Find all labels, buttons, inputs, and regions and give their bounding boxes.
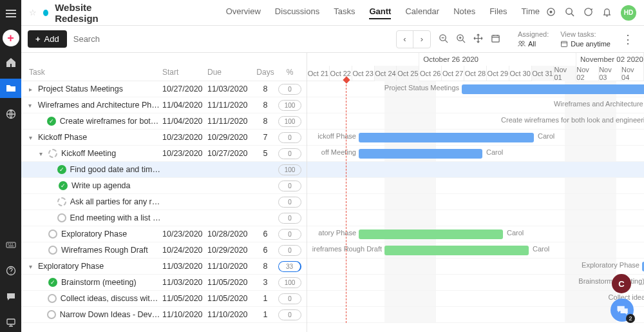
tab-gantt[interactable]: Gantt (369, 6, 391, 19)
status-circle-icon[interactable] (48, 229, 57, 239)
gantt-row[interactable] (307, 210, 644, 226)
move-icon[interactable] (473, 34, 483, 45)
help-icon[interactable] (0, 261, 21, 280)
status-circle-icon[interactable] (57, 213, 66, 222)
gantt-bar[interactable] (359, 133, 534, 142)
task-row[interactable]: Wireframes Rough Draft10/24/202010/29/20… (21, 242, 307, 259)
status-circle-icon[interactable] (48, 246, 57, 255)
task-row[interactable]: ▾Exploratory Phase11/03/202011/10/202083… (21, 259, 307, 275)
task-row[interactable]: ✓Brainstorm (meeting)11/03/202011/05/202… (21, 275, 307, 291)
gantt-row[interactable] (307, 178, 644, 194)
hamburger-icon[interactable] (0, 4, 21, 23)
monitor-icon[interactable] (0, 313, 21, 332)
keyboard-icon[interactable] (0, 235, 21, 255)
zoom-out-icon[interactable] (439, 34, 448, 45)
gantt-bar[interactable] (359, 229, 503, 239)
progress-pill[interactable]: 0 (278, 132, 301, 143)
add-global-button[interactable]: + (3, 30, 19, 46)
next-arrow-icon[interactable]: › (413, 31, 430, 48)
gantt-row[interactable] (307, 194, 644, 210)
status-circle-icon[interactable] (47, 310, 56, 319)
prev-arrow-icon[interactable]: ‹ (397, 31, 413, 48)
task-row[interactable]: Collect ideas, discuss with team11/05/20… (21, 291, 307, 307)
chevron-down-icon[interactable]: ▾ (26, 263, 34, 270)
progress-pill[interactable]: 0 (278, 84, 301, 95)
progress-pill[interactable]: 100 (278, 277, 301, 288)
gantt-bar[interactable] (359, 149, 482, 159)
gantt-row[interactable]: Brainstorm (meeting) (307, 275, 644, 291)
today-icon[interactable] (491, 34, 500, 45)
gantt-row[interactable] (307, 307, 644, 323)
checkmark-icon[interactable]: ✓ (47, 117, 56, 126)
task-row[interactable]: ▾Wireframes and Architecture Phase11/04/… (21, 97, 307, 113)
globe-icon[interactable] (0, 104, 21, 124)
gantt-row[interactable]: Carolatory Phase (307, 226, 644, 242)
task-row[interactable]: ▾Kickoff Phase10/23/202010/29/202070 (21, 130, 307, 146)
tab-tasks[interactable]: Tasks (334, 6, 355, 19)
progress-pill[interactable]: 0 (278, 181, 301, 191)
activity-icon[interactable] (583, 7, 593, 19)
bell-icon[interactable] (602, 7, 612, 19)
progress-pill[interactable]: 100 (278, 164, 301, 175)
home-icon[interactable] (0, 53, 21, 72)
task-row[interactable]: ▸Project Status Meetings10/27/202011/03/… (21, 81, 307, 97)
task-row[interactable]: Ask all parties for any remarks...0 (21, 194, 307, 210)
gantt-row[interactable]: Wireframes and Architecture Phase (307, 97, 644, 113)
gantt-row[interactable] (307, 162, 644, 178)
gantt-row[interactable]: Collect ideas, discuss with (307, 291, 644, 307)
gantt-row[interactable]: Project Status MeetingsHimm (307, 81, 644, 97)
user-avatar[interactable]: HD (621, 5, 636, 21)
checkmark-icon[interactable]: ✓ (48, 278, 57, 287)
folder-icon[interactable] (0, 79, 21, 98)
gantt-bar[interactable] (384, 246, 529, 255)
gantt-row[interactable]: Carolireframes Rough Draft (307, 242, 644, 259)
task-row[interactable]: End meeting with a list of need...0 (21, 210, 307, 226)
progress-pill[interactable]: 33 (278, 261, 301, 272)
progress-pill[interactable]: 100 (278, 116, 301, 127)
status-circle-icon[interactable] (48, 294, 57, 303)
progress-pill[interactable]: 0 (278, 293, 301, 304)
chevron-down-icon[interactable]: ▾ (26, 102, 34, 109)
progress-pill[interactable]: 100 (278, 100, 301, 111)
progress-pill[interactable]: 0 (278, 309, 301, 320)
task-row[interactable]: Exploratory Phase10/23/202010/28/202060 (21, 226, 307, 242)
tab-calendar[interactable]: Calendar (405, 6, 439, 19)
target-icon[interactable] (546, 7, 556, 19)
gantt-row[interactable]: Exploratory Phase (307, 259, 644, 275)
assigned-filter[interactable]: Assigned: All (518, 30, 549, 48)
progress-pill[interactable]: 0 (278, 148, 301, 159)
more-menu-icon[interactable]: ⋮ (618, 32, 638, 46)
gantt-chart[interactable]: October 26 2020November 02 2020 Oct 21Oc… (307, 53, 644, 332)
task-row[interactable]: ▾Kickoff Meeting10/23/202010/27/202050 (21, 146, 307, 162)
tab-overview[interactable]: Overview (226, 6, 261, 19)
chat-icon[interactable] (0, 287, 21, 306)
search-input[interactable] (73, 34, 151, 44)
gantt-row[interactable]: Create wireframes for both look and engi… (307, 113, 644, 130)
user-badge[interactable]: C (612, 274, 631, 293)
tab-notes[interactable]: Notes (453, 6, 475, 19)
status-circle-icon[interactable] (48, 149, 57, 158)
status-circle-icon[interactable] (57, 197, 66, 206)
tab-discussions[interactable]: Discussions (275, 6, 319, 19)
add-button[interactable]: +Add (28, 30, 67, 48)
zoom-in-icon[interactable] (456, 34, 466, 45)
view-filter[interactable]: View tasks: Due anytime (560, 30, 611, 48)
checkmark-icon[interactable]: ✓ (59, 181, 68, 190)
progress-pill[interactable]: 0 (278, 213, 301, 224)
chevron-down-icon[interactable]: ▾ (37, 150, 44, 157)
tab-files[interactable]: Files (489, 6, 507, 19)
gantt-row[interactable]: Carolickoff Phase (307, 130, 644, 146)
progress-pill[interactable]: 0 (278, 245, 301, 256)
task-row[interactable]: Narrow Down Ideas - Develop Act...11/10/… (21, 307, 307, 323)
progress-pill[interactable]: 0 (278, 197, 301, 208)
chevron-right-icon[interactable]: ▸ (26, 86, 34, 93)
gantt-row[interactable]: Caroloff Meeting (307, 146, 644, 162)
tab-time[interactable]: Time (522, 6, 540, 19)
task-row[interactable]: ✓Find good date and time for all...100 (21, 162, 307, 178)
chevron-down-icon[interactable]: ▾ (26, 134, 34, 141)
task-row[interactable]: ✓Write up agenda0 (21, 178, 307, 194)
task-row[interactable]: ✓Create wireframes for both look a...11/… (21, 113, 307, 130)
progress-pill[interactable]: 0 (278, 229, 301, 240)
checkmark-icon[interactable]: ✓ (57, 165, 66, 174)
star-icon[interactable]: ☆ (29, 8, 37, 17)
